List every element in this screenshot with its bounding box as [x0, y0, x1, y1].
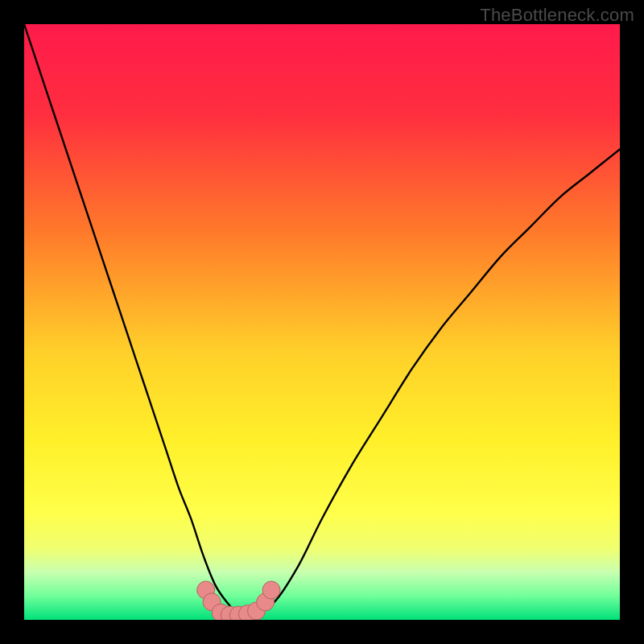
bottleneck-curve [24, 24, 620, 615]
chart-frame [24, 24, 620, 620]
chart-svg [24, 24, 620, 620]
watermark-text: TheBottleneck.com [480, 5, 634, 26]
marker-group [197, 581, 280, 620]
data-marker [262, 581, 280, 599]
